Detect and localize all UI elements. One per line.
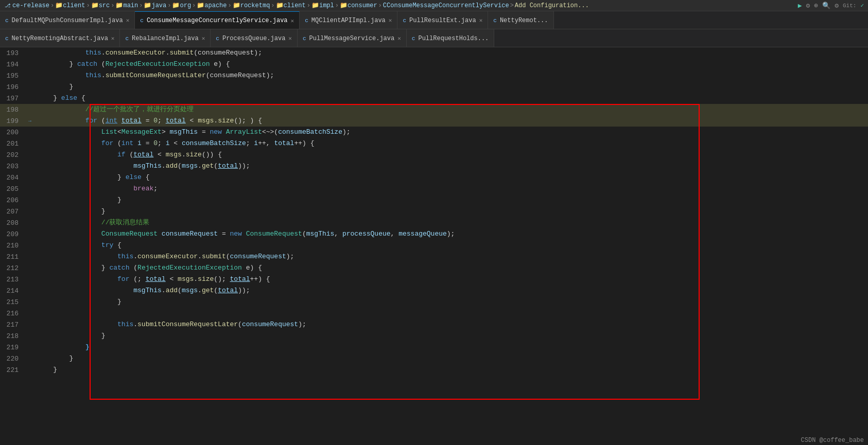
line-number-218: 218 [0,330,25,342]
close-tab-nettyabstract[interactable]: ✕ [111,35,115,42]
line-number-214: 214 [0,285,25,296]
code-lines: 193 this.consumeExecutor.submit(consumeR… [0,47,868,445]
breadcrumb-folder: 📁 [55,2,63,9]
tab-pullmessage[interactable]: c PullMessageService.java ✕ [298,29,407,47]
gutter-208 [25,217,35,228]
git-label: Git: [843,3,856,9]
gutter-196 [25,81,35,93]
search-everywhere-icon[interactable]: 🔍 [822,2,830,10]
tab-processqueue[interactable]: c ProcessQueue.java ✕ [211,29,298,47]
code-editor: 193 this.consumeExecutor.submit(consumeR… [0,47,868,445]
gutter-215 [25,296,35,308]
gutter-207 [25,206,35,217]
line-number-220: 220 [0,353,25,364]
tab-pullrequestholds[interactable]: c PullRequestHolds... [407,29,494,47]
code-line-198: 198 //超过一个批次了，就进行分页处理 [0,104,868,115]
code-content-214: msgThis.add(msgs.get(total)); [35,285,868,296]
line-number-221: 221 [0,364,25,376]
code-line-202: 202 if (total < msgs.size()) { [0,149,868,161]
code-line-207: 207 } [0,206,868,217]
code-content-203: msgThis.add(msgs.get(total)); [35,161,868,172]
run-icon[interactable]: ▶ [798,2,802,10]
code-content-219: } [35,342,868,353]
java-file-icon10: c [412,35,415,42]
close-tab-pullresult[interactable]: ✕ [479,17,483,24]
code-line-219: 219 } [0,342,868,353]
line-number-219: 219 [0,342,25,353]
line-number-193: 193 [0,47,25,59]
settings-icon[interactable]: ⚙ [835,2,839,10]
code-content-204: } else { [35,172,868,183]
line-number-201: 201 [0,138,25,149]
line-number-196: 196 [0,81,25,93]
tab-pullresult[interactable]: c PullResultExt.java ✕ [397,11,488,29]
gutter-212 [25,262,35,274]
gutter-216 [25,308,35,319]
line-number-195: 195 [0,70,25,81]
code-line-218: 218 } [0,330,868,342]
code-line-214: 214 msgThis.add(msgs.get(total)); [0,285,868,296]
close-tab-rebalance[interactable]: ✕ [202,35,205,42]
code-line-195: 195 this.submitConsumeRequestLater(consu… [0,70,868,81]
breadcrumb-item[interactable]: ⎇ ce-release [4,2,49,9]
code-content-206: } [35,194,868,206]
tab-nettyremote[interactable]: c NettyRemot... [488,11,553,29]
close-tab-pullmessage[interactable]: ✕ [397,35,401,42]
breadcrumb-class: C [383,2,387,9]
code-line-196: 196 } [0,81,868,93]
code-line-201: 201 for (int i = 0; i < consumeBatchSize… [0,138,868,149]
close-tab-mqclient[interactable]: ✕ [389,17,392,24]
status-bar-watermark: CSDN @coffee_babe [797,436,868,445]
java-file-icon2: c [140,17,144,24]
code-line-220: 220 } [0,353,868,364]
gutter-211 [25,251,35,262]
line-number-199: 199 [0,115,25,127]
tab-mqclient[interactable]: c MQClientAPIImpl.java ✕ [300,11,397,29]
gutter-206 [25,194,35,206]
tab-nettyabstract[interactable]: c NettyRemotingAbstract.java ✕ [0,29,120,47]
code-line-204: 204 } else { [0,172,868,183]
code-content-208: //获取消息结果 [35,217,868,228]
line-number-210: 210 [0,240,25,251]
code-line-210: 210 try { [0,240,868,251]
close-tab-consumemessage[interactable]: ✕ [291,17,294,24]
code-content-194: } catch (RejectedExecutionException e) { [35,59,868,70]
breadcrumb-apache: 📁 [197,2,204,9]
breadcrumb-action[interactable]: Add Configuration... [515,2,589,9]
code-content-202: if (total < msgs.size()) { [35,149,868,161]
code-line-206: 206 } [0,194,868,206]
debug-icon[interactable]: ⚙ [806,2,810,10]
java-file-icon5: c [493,17,497,24]
code-line-213: 213 for (; total < msgs.size(); total++)… [0,274,868,285]
code-content-199: for (int total = 0; total < msgs.size();… [35,115,868,127]
tab-rebalance[interactable]: c RebalanceImpl.java ✕ [120,29,211,47]
code-line-212: 212 } catch (RejectedExecutionException … [0,262,868,274]
code-line-215: 215 } [0,296,868,308]
gutter-204 [25,172,35,183]
line-number-212: 212 [0,262,25,274]
close-tab-defaultmq[interactable]: ✕ [126,17,130,24]
tab-consumemessage[interactable]: c ConsumeMessageConcurrentlyService.java… [135,11,300,29]
gutter-210 [25,240,35,251]
code-content-220: } [35,353,868,364]
tab-defaultmq[interactable]: c DefaultMQPushConsumerImpl.java ✕ [0,11,135,29]
gutter-221 [25,364,35,376]
profile-icon[interactable]: ⊕ [814,2,818,10]
code-content-211: this.consumeExecutor.submit(consumeReque… [35,251,868,262]
breadcrumb-folder2: 📁 [91,2,99,9]
code-line-209: 209 ConsumeRequest consumeRequest = new … [0,228,868,240]
line-number-209: 209 [0,228,25,240]
git-icon: ⎇ [4,2,11,9]
code-line-203: 203 msgThis.add(msgs.get(total)); [0,161,868,172]
close-tab-processqueue[interactable]: ✕ [288,35,292,42]
breadcrumb-client2: 📁 [276,2,284,9]
line-number-206: 206 [0,194,25,206]
gutter-201 [25,138,35,149]
gutter-195 [25,70,35,81]
line-number-205: 205 [0,183,25,194]
git-check-icon: ✓ [860,2,864,9]
line-number-194: 194 [0,59,25,70]
java-file-icon6: c [5,35,9,42]
code-wrapper: 193 this.consumeExecutor.submit(consumeR… [0,47,868,445]
gutter-203 [25,161,35,172]
